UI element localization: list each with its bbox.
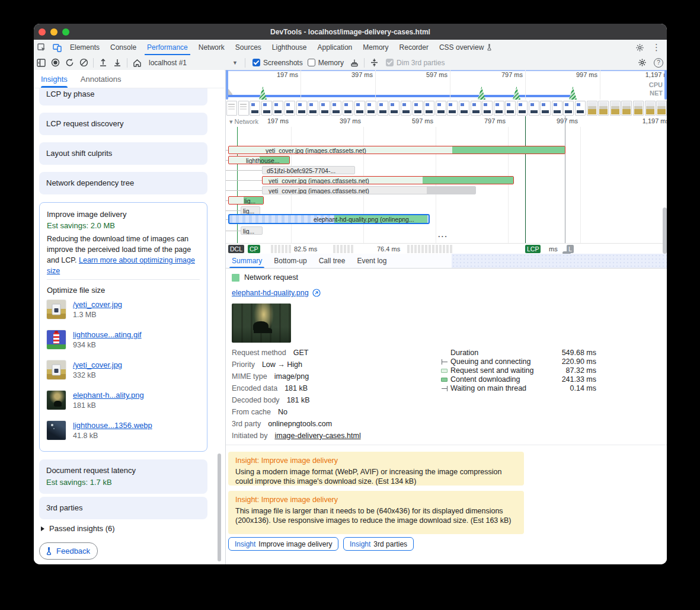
- screenshot-frame[interactable]: [401, 101, 411, 116]
- l-marker-badge[interactable]: L: [567, 245, 574, 253]
- zoom-window-button[interactable]: [62, 28, 69, 36]
- sidebar-scrollbar[interactable]: [218, 453, 221, 561]
- feedback-button[interactable]: Feedback: [39, 542, 98, 560]
- lcp-marker-badge[interactable]: LCP: [525, 245, 541, 253]
- cp-marker-badge[interactable]: CP: [248, 245, 260, 253]
- insight-card-lcp-request-discovery[interactable]: LCP request discovery: [39, 113, 207, 135]
- inspect-element-icon[interactable]: [35, 42, 48, 53]
- request-bar[interactable]: lig...: [228, 196, 264, 205]
- minimap-left-handle[interactable]: [226, 70, 228, 100]
- memory-checkbox[interactable]: [308, 59, 315, 66]
- screenshot-frame[interactable]: [598, 101, 609, 116]
- request-bar[interactable]: lighthouse...: [228, 156, 290, 164]
- insight-chip-3rd-parties[interactable]: Insight3rd parties: [343, 537, 414, 551]
- screenshot-frame[interactable]: [563, 101, 574, 116]
- screenshot-frame[interactable]: [587, 101, 597, 116]
- request-file-link[interactable]: elephant-hd-quality.png: [232, 289, 309, 297]
- record-icon[interactable]: [48, 57, 62, 69]
- screenshot-frame[interactable]: [424, 101, 434, 116]
- screenshot-filmstrip[interactable]: [226, 101, 667, 116]
- screenshot-frame[interactable]: [633, 101, 644, 116]
- network-track-title[interactable]: ▾ Network: [229, 118, 258, 126]
- passed-insights-toggle[interactable]: Passed insights (6): [41, 524, 115, 533]
- settings-gear-icon[interactable]: [633, 42, 646, 53]
- request-bar[interactable]: yeti_cover.jpg (images.ctfassets.net): [262, 186, 476, 194]
- insight-chip-improve-image-delivery[interactable]: InsightImprove image delivery: [228, 537, 338, 551]
- file-link[interactable]: /yeti_cover.jpg: [73, 360, 122, 369]
- gc-brush-icon[interactable]: [347, 57, 362, 69]
- screenshot-frame[interactable]: [645, 101, 656, 116]
- collapse-tracks-icon[interactable]: [367, 57, 381, 69]
- tab-annotations[interactable]: Annotations: [81, 70, 122, 88]
- screenshot-frame[interactable]: [296, 101, 307, 116]
- history-select[interactable]: localhost #1 ▼: [144, 57, 242, 69]
- screenshot-frame[interactable]: [261, 101, 272, 116]
- minimize-window-button[interactable]: [50, 28, 57, 36]
- tab-bottom-up[interactable]: Bottom-up: [268, 254, 312, 268]
- screenshot-frame[interactable]: [447, 101, 458, 116]
- dcl-marker-badge[interactable]: DCL: [228, 245, 244, 253]
- network-track[interactable]: ▾ Network ... DCLCPLCPL82.5 ms76.4 msms …: [226, 116, 667, 254]
- tab-sources[interactable]: Sources: [230, 40, 267, 55]
- screenshot-frame[interactable]: [273, 101, 283, 116]
- screenshot-frame[interactable]: [575, 101, 586, 116]
- insight-card-3rd-parties[interactable]: 3rd parties: [39, 497, 207, 519]
- screenshot-frame[interactable]: [389, 101, 399, 116]
- screenshot-frame[interactable]: [413, 101, 423, 116]
- tab-summary[interactable]: Summary: [226, 254, 268, 268]
- screenshot-frame[interactable]: [343, 101, 353, 116]
- minimap-right-handle[interactable]: [664, 70, 667, 100]
- file-link[interactable]: /yeti_cover.jpg: [73, 300, 122, 309]
- insight-card-layout-shift-culprits[interactable]: Layout shift culprits: [39, 142, 207, 165]
- screenshot-frame[interactable]: [366, 101, 376, 116]
- screenshot-frame[interactable]: [354, 101, 365, 116]
- tab-memory[interactable]: Memory: [357, 40, 394, 55]
- tab-insights[interactable]: Insights: [41, 70, 68, 88]
- close-window-button[interactable]: [39, 28, 46, 36]
- screenshot-frame[interactable]: [319, 101, 330, 116]
- screenshots-checkbox[interactable]: [252, 59, 260, 66]
- timeline-minimap[interactable]: CPU NET 197 ms397 ms597 ms797 ms997 ms1,…: [226, 70, 667, 117]
- clear-icon[interactable]: [76, 57, 91, 69]
- request-bar[interactable]: lig...: [241, 206, 260, 215]
- capture-settings-gear-icon[interactable]: [635, 57, 649, 69]
- tab-lighthouse[interactable]: Lighthouse: [267, 40, 312, 55]
- reveal-request-icon[interactable]: [312, 289, 321, 297]
- screenshot-frame[interactable]: [436, 101, 446, 116]
- device-toolbar-icon[interactable]: [50, 42, 63, 53]
- screenshot-frame[interactable]: [285, 101, 295, 116]
- insight-card-network-dependency-tree[interactable]: Network dependency tree: [39, 172, 207, 194]
- insight-card-document-request-latency[interactable]: Document request latency Est savings: 1.…: [39, 459, 207, 494]
- screenshot-frame[interactable]: [552, 101, 562, 116]
- tab-network[interactable]: Network: [193, 40, 230, 55]
- tab-recorder[interactable]: Recorder: [394, 40, 434, 55]
- screenshot-frame[interactable]: [250, 101, 260, 116]
- tab-console[interactable]: Console: [105, 40, 142, 55]
- screenshot-frame[interactable]: [610, 101, 621, 116]
- request-bar[interactable]: elephant-hd-quality.png (onlinepng...: [228, 214, 430, 224]
- initiator-link[interactable]: image-delivery-cases.html: [274, 432, 360, 440]
- screenshot-frame[interactable]: [517, 101, 528, 116]
- tab-application[interactable]: Application: [312, 40, 358, 55]
- reload-record-icon[interactable]: [62, 57, 76, 69]
- download-profile-icon[interactable]: [110, 57, 124, 69]
- request-bar[interactable]: d51jfzi-b0efc925-7704-...: [262, 166, 355, 174]
- screenshot-frame[interactable]: [226, 101, 237, 116]
- screenshot-frame[interactable]: [656, 101, 667, 116]
- file-link[interactable]: lighthouse...ating.gif: [73, 330, 142, 339]
- screenshot-frame[interactable]: [238, 101, 249, 116]
- toggle-sidebar-icon[interactable]: [34, 57, 48, 69]
- screenshot-frame[interactable]: [529, 101, 539, 116]
- screenshot-frame[interactable]: [494, 101, 504, 116]
- screenshot-frame[interactable]: [308, 101, 318, 116]
- screenshot-frame[interactable]: [482, 101, 493, 116]
- insight-card-improve-image-delivery[interactable]: Improve image delivery Est savings: 2.0 …: [39, 202, 207, 452]
- tab-elements[interactable]: Elements: [65, 40, 105, 55]
- tab-css-overview[interactable]: CSS overview: [434, 40, 498, 55]
- request-bar[interactable]: yeti_cover.jpg (images.ctfassets.net): [262, 176, 514, 184]
- screenshot-frame[interactable]: [505, 101, 516, 116]
- tab-event-log[interactable]: Event log: [351, 254, 392, 268]
- home-icon[interactable]: [130, 57, 144, 69]
- screenshot-frame[interactable]: [540, 101, 551, 116]
- help-icon[interactable]: ?: [654, 58, 663, 68]
